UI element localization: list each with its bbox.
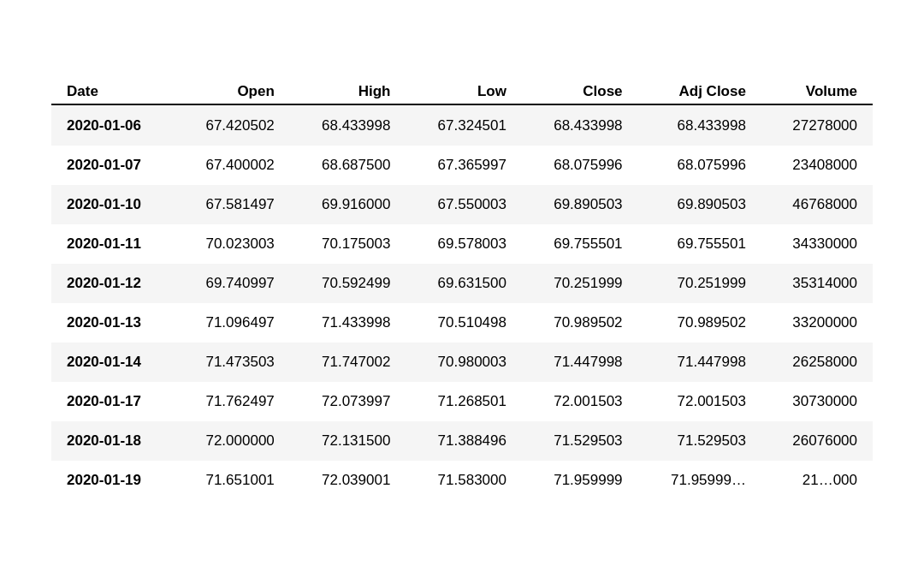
table-row: 2020-01-1067.58149769.91600067.55000369.… bbox=[51, 185, 873, 224]
table-row: 2020-01-1771.76249772.07399771.26850172.… bbox=[51, 382, 873, 421]
data-table: Date Open High Low Close Adj Close Volum… bbox=[51, 73, 873, 500]
cell-low: 71.388496 bbox=[406, 421, 522, 461]
cell-close: 68.075996 bbox=[522, 146, 638, 185]
col-header-close: Close bbox=[522, 73, 638, 104]
table-row: 2020-01-1872.00000072.13150071.38849671.… bbox=[51, 421, 873, 461]
cell-adj_close: 71.95999… bbox=[638, 461, 761, 500]
cell-volume: 23408000 bbox=[761, 146, 873, 185]
cell-adj_close: 71.529503 bbox=[638, 421, 761, 461]
cell-low: 69.631500 bbox=[406, 264, 522, 303]
cell-low: 69.578003 bbox=[406, 224, 522, 264]
cell-open: 71.096497 bbox=[174, 303, 290, 343]
cell-close: 68.433998 bbox=[522, 106, 638, 146]
col-header-date: Date bbox=[51, 73, 174, 104]
table-row: 2020-01-1971.65100172.03900171.58300071.… bbox=[51, 461, 873, 500]
cell-adj_close: 70.989502 bbox=[638, 303, 761, 343]
cell-date: 2020-01-11 bbox=[51, 224, 174, 264]
cell-high: 70.592499 bbox=[290, 264, 406, 303]
cell-high: 68.687500 bbox=[290, 146, 406, 185]
cell-high: 70.175003 bbox=[290, 224, 406, 264]
cell-open: 71.651001 bbox=[174, 461, 290, 500]
cell-open: 72.000000 bbox=[174, 421, 290, 461]
col-header-low: Low bbox=[406, 73, 522, 104]
cell-open: 71.473503 bbox=[174, 343, 290, 382]
cell-close: 71.959999 bbox=[522, 461, 638, 500]
table-row: 2020-01-1269.74099770.59249969.63150070.… bbox=[51, 264, 873, 303]
cell-low: 71.268501 bbox=[406, 382, 522, 421]
header-row: Date Open High Low Close Adj Close Volum… bbox=[51, 73, 873, 104]
cell-volume: 26258000 bbox=[761, 343, 873, 382]
cell-volume: 30730000 bbox=[761, 382, 873, 421]
table-row: 2020-01-0667.42050268.43399867.32450168.… bbox=[51, 106, 873, 146]
cell-open: 71.762497 bbox=[174, 382, 290, 421]
cell-close: 71.529503 bbox=[522, 421, 638, 461]
cell-low: 67.365997 bbox=[406, 146, 522, 185]
cell-close: 69.890503 bbox=[522, 185, 638, 224]
table-container: Date Open High Low Close Adj Close Volum… bbox=[51, 73, 873, 500]
cell-date: 2020-01-19 bbox=[51, 461, 174, 500]
cell-close: 70.251999 bbox=[522, 264, 638, 303]
cell-date: 2020-01-14 bbox=[51, 343, 174, 382]
cell-close: 70.989502 bbox=[522, 303, 638, 343]
cell-volume: 46768000 bbox=[761, 185, 873, 224]
cell-high: 71.433998 bbox=[290, 303, 406, 343]
col-header-volume: Volume bbox=[761, 73, 873, 104]
cell-volume: 35314000 bbox=[761, 264, 873, 303]
cell-close: 71.447998 bbox=[522, 343, 638, 382]
cell-volume: 26076000 bbox=[761, 421, 873, 461]
cell-high: 72.039001 bbox=[290, 461, 406, 500]
cell-low: 67.550003 bbox=[406, 185, 522, 224]
table-row: 2020-01-1371.09649771.43399870.51049870.… bbox=[51, 303, 873, 343]
cell-high: 72.131500 bbox=[290, 421, 406, 461]
cell-volume: 21…000 bbox=[761, 461, 873, 500]
cell-date: 2020-01-06 bbox=[51, 106, 174, 146]
cell-high: 72.073997 bbox=[290, 382, 406, 421]
cell-volume: 33200000 bbox=[761, 303, 873, 343]
cell-date: 2020-01-18 bbox=[51, 421, 174, 461]
cell-date: 2020-01-17 bbox=[51, 382, 174, 421]
cell-adj_close: 70.251999 bbox=[638, 264, 761, 303]
cell-volume: 34330000 bbox=[761, 224, 873, 264]
cell-open: 70.023003 bbox=[174, 224, 290, 264]
cell-volume: 27278000 bbox=[761, 106, 873, 146]
cell-low: 70.980003 bbox=[406, 343, 522, 382]
cell-adj_close: 68.075996 bbox=[638, 146, 761, 185]
cell-low: 70.510498 bbox=[406, 303, 522, 343]
col-header-high: High bbox=[290, 73, 406, 104]
cell-adj_close: 69.890503 bbox=[638, 185, 761, 224]
cell-open: 67.400002 bbox=[174, 146, 290, 185]
cell-adj_close: 68.433998 bbox=[638, 106, 761, 146]
col-header-adj-close: Adj Close bbox=[638, 73, 761, 104]
cell-date: 2020-01-07 bbox=[51, 146, 174, 185]
table-row: 2020-01-0767.40000268.68750067.36599768.… bbox=[51, 146, 873, 185]
cell-adj_close: 69.755501 bbox=[638, 224, 761, 264]
cell-high: 71.747002 bbox=[290, 343, 406, 382]
cell-close: 72.001503 bbox=[522, 382, 638, 421]
cell-adj_close: 72.001503 bbox=[638, 382, 761, 421]
table-body: 2020-01-0667.42050268.43399867.32450168.… bbox=[51, 104, 873, 500]
cell-low: 71.583000 bbox=[406, 461, 522, 500]
cell-open: 67.581497 bbox=[174, 185, 290, 224]
cell-adj_close: 71.447998 bbox=[638, 343, 761, 382]
table-row: 2020-01-1471.47350371.74700270.98000371.… bbox=[51, 343, 873, 382]
cell-open: 67.420502 bbox=[174, 106, 290, 146]
cell-low: 67.324501 bbox=[406, 106, 522, 146]
cell-high: 68.433998 bbox=[290, 106, 406, 146]
cell-high: 69.916000 bbox=[290, 185, 406, 224]
table-row: 2020-01-1170.02300370.17500369.57800369.… bbox=[51, 224, 873, 264]
cell-date: 2020-01-12 bbox=[51, 264, 174, 303]
cell-date: 2020-01-13 bbox=[51, 303, 174, 343]
cell-close: 69.755501 bbox=[522, 224, 638, 264]
cell-date: 2020-01-10 bbox=[51, 185, 174, 224]
col-header-open: Open bbox=[174, 73, 290, 104]
cell-open: 69.740997 bbox=[174, 264, 290, 303]
